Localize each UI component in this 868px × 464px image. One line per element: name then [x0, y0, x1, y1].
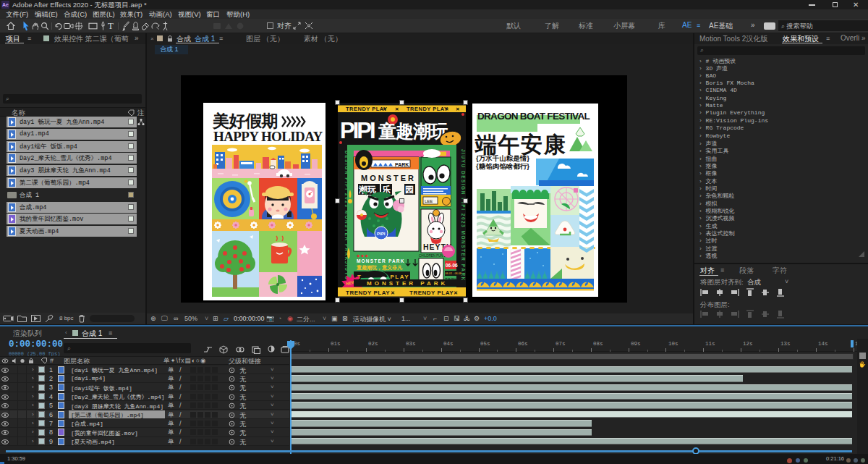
- svg-text:DRAGON BOAT FESTIVAL: DRAGON BOAT FESTIVAL: [477, 111, 590, 122]
- svg-text:JIUYU DESIGN PIPI 2023 MONSTER: JIUYU DESIGN PIPI 2023 MONSTER PARK: [461, 149, 466, 282]
- svg-text:PIPI: PIPI: [340, 118, 375, 143]
- svg-text:MONSTER PARK: MONSTER PARK: [357, 258, 405, 263]
- svg-text:童趣潮玩: 童趣潮玩: [378, 121, 449, 141]
- svg-text:06.01 - 06.06: 06.01 - 06.06: [446, 272, 461, 275]
- svg-text:✕: ✕: [454, 290, 458, 295]
- svg-text:{万水千山粽是情}: {万水千山粽是情}: [476, 154, 529, 162]
- svg-text:端午安康: 端午安康: [474, 132, 566, 156]
- svg-text:LEE: LEE: [425, 199, 433, 203]
- svg-text:✕: ✕: [445, 106, 448, 111]
- svg-text:✕: ✕: [383, 106, 386, 111]
- svg-text:TRENDY PLAY: TRENDY PLAY: [407, 106, 448, 112]
- svg-text:园: 园: [405, 185, 414, 195]
- svg-text:MONSTER PARK: MONSTER PARK: [367, 280, 448, 287]
- svg-text:06-06: 06-06: [446, 263, 458, 268]
- svg-text:MONSTER: MONSTER: [361, 174, 416, 182]
- svg-text:HAPPY HOLIDAY: HAPPY HOLIDAY: [213, 129, 323, 144]
- svg-text:PARK: PARK: [395, 162, 409, 167]
- svg-text:美好假期: 美好假期: [212, 111, 278, 130]
- svg-text:TRENDY PLAY: TRENDY PLAY: [409, 290, 454, 296]
- svg-text:TRENDY PLAY: TRENDY PLAY: [346, 290, 390, 296]
- svg-text:童趣潮玩，意义非凡: 童趣潮玩，意义非凡: [356, 264, 403, 271]
- svg-text:✕: ✕: [395, 106, 399, 111]
- svg-text:◆ ◆ ◆: ◆ ◆ ◆: [357, 253, 369, 258]
- svg-text:✕: ✕: [456, 106, 459, 111]
- svg-text:{糖馅肉馅啥都行}: {糖馅肉馅啥都行}: [476, 162, 529, 170]
- svg-text:TRENDY PLAY: TRENDY PLAY: [346, 106, 388, 112]
- svg-text:PIPI: PIPI: [377, 232, 386, 236]
- svg-text:✕: ✕: [391, 290, 395, 295]
